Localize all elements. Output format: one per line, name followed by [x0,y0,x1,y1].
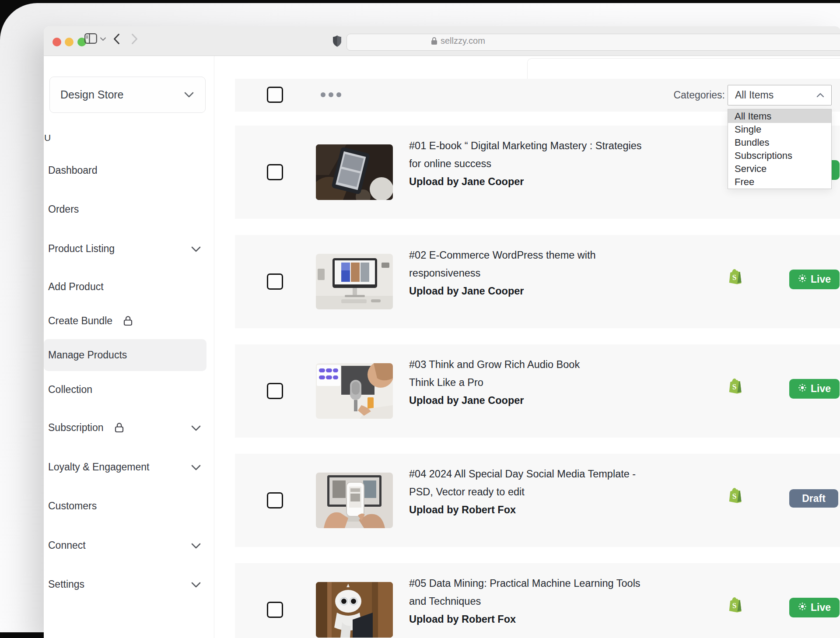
product-checkbox[interactable] [267,492,283,508]
sidebar-item-customers[interactable]: Customers [44,492,214,519]
sidebar: Design Store U Dashboard Orders Product … [44,56,214,638]
sidebar-item-subscription[interactable]: Subscription [44,414,214,441]
podcast-microphone-photo [316,363,393,419]
status-badge: Live [789,270,840,289]
product-info: #01 E-book “ Digital Marketing Mastery :… [409,137,707,191]
product-title[interactable]: #02 E-Commerce WordPress theme with [409,246,707,264]
product-title[interactable]: PSD, Vector ready to edit [409,483,707,501]
product-uploader: Upload by Robert Fox [409,501,707,519]
chevron-down-icon [100,37,106,41]
product-uploader: Upload by Robert Fox [409,610,707,628]
sidebar-item-label: Connect [48,540,86,551]
product-thumbnail[interactable] [316,144,393,200]
product-thumbnail[interactable] [316,582,393,638]
close-button[interactable] [52,38,61,46]
robot-photo [316,582,393,638]
sidebar-item-label: Create Bundle [48,315,112,327]
shopify-icon: S [728,378,742,396]
sidebar-item-label: Customers [48,500,97,512]
category-option-subscriptions[interactable]: Subscriptions [728,149,831,162]
chevron-down-icon [191,422,201,434]
sidebar-item-product-listing[interactable]: Product Listing [44,235,214,262]
sidebar-item-loyalty-engagement[interactable]: Loyalty & Engagement [44,453,214,480]
sidebar-item-label: Manage Products [48,349,127,361]
product-checkbox[interactable] [267,273,283,290]
sidebar-toggle-button[interactable] [84,33,97,44]
sidebar-item-create-bundle[interactable]: Create Bundle [44,307,214,334]
live-sun-icon [798,273,807,285]
status-badge-label: Live [811,383,831,395]
product-row-4: #04 2024 All Special Day Social Media Te… [235,454,840,547]
sidebar-item-manage-products[interactable]: Manage Products [44,339,206,371]
sidebar-item-dashboard[interactable]: Dashboard [44,157,214,184]
product-uploader: Upload by Jane Cooper [409,173,707,191]
chevron-down-icon [191,578,201,590]
svg-text:S: S [732,492,737,501]
status-badge: Draft [789,489,838,508]
privacy-shield-button[interactable] [332,35,342,47]
sidebar-item-label: Subscription [48,422,104,434]
sidebar-item-collection[interactable]: Collection [44,376,214,403]
product-thumbnail[interactable] [316,473,393,528]
product-row-3: #03 Think and Grow Rich Audio Book Think… [235,344,840,438]
sidebar-item-orders[interactable]: Orders [44,196,214,223]
svg-text:S: S [732,601,737,610]
store-selector[interactable]: Design Store [49,77,206,113]
product-row-5: #05 Data Mining: Practical Machine Learn… [235,563,840,638]
forward-button[interactable] [131,33,138,45]
sidebar-item-settings[interactable]: Settings [44,571,214,598]
shopify-icon: S [728,268,742,287]
product-title[interactable]: #05 Data Mining: Practical Machine Learn… [409,575,707,592]
status-badge: Live [789,598,840,617]
panel-edge [527,58,840,79]
sidebar-item-label: Dashboard [48,165,98,176]
desktop-monitor-photo [316,254,393,309]
product-title[interactable]: and Techniques [409,592,707,610]
sidebar-item-label: Product Listing [48,243,115,255]
product-thumbnail[interactable] [316,254,393,309]
product-checkbox[interactable] [267,164,283,180]
product-thumbnail[interactable] [316,363,393,419]
product-row-2: #02 E-Commerce WordPress theme with resp… [235,235,840,328]
address-bar[interactable] [346,34,840,51]
product-uploader: Upload by Jane Cooper [409,392,707,410]
sidebar-section-label: U [44,133,51,143]
lock-icon [114,422,124,433]
product-title[interactable]: Think Like a Pro [409,374,707,392]
chevron-up-icon [816,93,824,98]
category-option-bundles[interactable]: Bundles [728,136,831,149]
category-option-service[interactable]: Service [728,162,831,175]
product-title[interactable]: for online success [409,155,707,173]
product-title[interactable]: #03 Think and Grow Rich Audio Book [409,356,707,374]
chevron-down-icon [191,461,201,473]
minimize-button[interactable] [65,38,74,46]
product-checkbox[interactable] [267,602,283,618]
back-button[interactable] [113,33,120,45]
sidebar-item-add-product[interactable]: Add Product [44,273,214,300]
sidebar-item-connect[interactable]: Connect [44,532,214,559]
category-option-free[interactable]: Free [728,175,831,189]
tab-layout-dropdown[interactable] [100,37,106,41]
select-all-checkbox[interactable] [267,87,283,103]
page-background: sellzzy.com Design Store U Dashboard Ord… [0,0,840,638]
live-sun-icon [798,383,807,395]
status-badge-label: Draft [802,493,826,505]
svg-text:S: S [732,382,737,391]
product-info: #02 E-Commerce WordPress theme with resp… [409,246,707,300]
products-toolbar: Categories: All Items [235,79,840,112]
product-title[interactable]: #01 E-book “ Digital Marketing Mastery :… [409,137,707,155]
category-option-all-items[interactable]: All Items [728,109,831,123]
sidebar-item-label: Orders [48,203,79,215]
product-info: #04 2024 All Special Day Social Media Te… [409,465,707,519]
category-option-single[interactable]: Single [728,123,831,136]
product-checkbox[interactable] [267,383,283,399]
product-uploader: Upload by Jane Cooper [409,282,707,300]
categories-label: Categories: [673,79,725,112]
product-title[interactable]: #04 2024 All Special Day Social Media Te… [409,465,707,483]
category-select[interactable]: All Items [728,85,832,105]
store-selector-label: Design Store [60,88,184,101]
forward-icon [131,33,138,45]
main-content: Categories: All Items All Items Single B… [214,56,840,638]
more-actions-button[interactable] [321,92,341,97]
product-title[interactable]: responsiveness [409,264,707,282]
